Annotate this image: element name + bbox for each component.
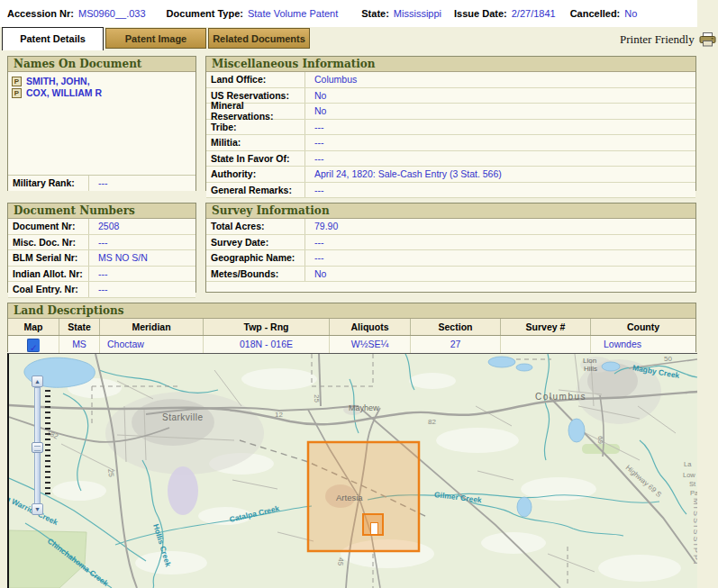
cancelled-value: No [624,8,637,19]
col-map: Map [8,319,59,335]
map-label-mayhew: Mayhew [349,403,379,412]
map-label-truncated: St [689,480,696,488]
map-label-lion: Lion [583,357,596,365]
cell-aliquots: W½SE¼ [330,336,411,353]
doctype-field: Document Type: State Volume Patent [167,8,339,19]
page-side-band [697,0,718,588]
document-numbers-panel: Document Numbers Document Nr:2508 Misc. … [7,203,196,293]
col-twp-rng: Twp - Rng [204,319,330,335]
issue-date-field: Issue Date: 2/27/1841 [454,8,556,19]
military-rank-row: Military Rank: --- [8,175,195,191]
cancelled-label: Cancelled: [570,8,621,19]
misc-information-panel: Miscellaneous Information Land Office:Co… [205,56,696,191]
cell-county: Lowndes [591,336,695,353]
names-list: P SMITH, JOHN, P COX, WILLIAM R [8,72,195,175]
table-row: General Remarks:--- [206,183,695,199]
survey-information-panel: Survey Information Total Acres:79.90 Sur… [205,203,696,293]
map-label-mississippi: MISSISSIPPI [692,498,697,566]
tab-related-documents[interactable]: Related Documents [208,28,310,49]
misc-panel-title: Miscellaneous Information [206,57,695,72]
names-on-document-panel: Names On Document P SMITH, JOHN, P COX, … [7,56,196,191]
zoom-out-button[interactable]: ▼ [32,503,43,515]
map-label-columbus: Columbus [535,392,586,402]
map-checkbox[interactable]: ✓ [27,339,40,352]
accession-field: Accession Nr: MS0960__.033 [7,8,146,19]
table-row: Geographic Name:--- [206,250,695,267]
military-rank-value: --- [89,177,108,188]
cell-section: 27 [411,336,501,353]
doctype-value: State Volume Patent [248,8,338,19]
map[interactable]: Starkville Columbus Mayhew Artesia Lion … [7,353,697,588]
map-label-route-82: 82 [428,418,436,426]
military-rank-label: Military Rank: [8,176,89,191]
map-label-route-69: 69 [596,436,604,444]
table-row: Misc. Doc. Nr:--- [8,235,195,251]
patentee-name-link[interactable]: COX, WILLIAM R [26,87,102,98]
table-row: Metes/Bounds:No [206,267,695,283]
cancelled-field: Cancelled: No [570,8,638,19]
map-label-starkville: Starkville [162,412,204,422]
state-field: State: Mississippi [361,8,441,19]
map-canvas: Starkville Columbus Mayhew Artesia Lion … [9,354,697,588]
accession-label: Accession Nr: [7,8,74,19]
state-label: State: [361,8,389,19]
col-county: County [591,319,695,335]
cell-state: MS [59,336,100,353]
table-row: Mineral Reservations:No [206,104,695,120]
patentee-icon[interactable]: P [12,77,22,86]
table-row: Document Nr:2508 [8,219,195,235]
col-state: State [59,319,100,335]
table-row: Land Office:Columbus [206,72,695,88]
tab-patent-image[interactable]: Patent Image [105,28,206,49]
list-item: P COX, WILLIAM R [12,87,192,98]
land-table-header: Map State Meridian Twp - Rng Aliquots Se… [8,319,695,336]
issue-date-value: 2/27/1841 [512,8,556,19]
doctype-label: Document Type: [167,8,243,19]
zoom-slider-ticks [45,390,50,496]
table-row: Indian Allot. Nr:--- [8,267,195,283]
tab-patent-details[interactable]: Patent Details [2,27,104,50]
map-label-hills: Hills [584,365,597,373]
map-label-artesia: Artesia [336,493,363,502]
patentee-name-link[interactable]: SMITH, JOHN, [26,76,90,86]
land-description-row: ✓ MS Choctaw 018N - 016E W½SE¼ 27 Lownde… [8,336,695,353]
issue-date-label: Issue Date: [454,8,507,19]
map-zoom-slider: ▲ ▼ [32,375,51,516]
map-label-route-45: 45 [336,557,345,566]
map-label-route-12: 12 [275,411,283,419]
printer-friendly-link[interactable]: Printer Friendly [620,32,716,47]
table-row: State In Favor Of:--- [206,151,695,167]
table-row: Survey Date:--- [206,235,695,251]
map-label-truncated: La [684,460,692,468]
table-row: Tribe:--- [206,120,695,136]
map-label-route-25-north: 25 [313,394,321,403]
accession-value: MS0960__.033 [78,8,146,19]
col-aliquots: Aliquots [330,319,411,335]
map-label-truncated: Pa [690,489,697,497]
patentee-icon[interactable]: P [12,88,22,98]
table-row: Total Acres:79.90 [206,219,695,235]
table-row: Authority:April 24, 1820: Sale-Cash Entr… [206,167,695,183]
zoom-in-button[interactable]: ▲ [32,375,43,387]
col-meridian: Meridian [100,319,204,335]
table-row: Militia:--- [206,135,695,151]
land-descriptions-panel: Land Descriptions Map State Meridian Twp… [7,303,696,352]
col-survey-nr: Survey # [501,319,591,335]
printer-icon [699,32,716,47]
map-label-route-50: 50 [664,355,672,363]
cell-twp-rng: 018N - 016E [204,336,330,353]
docnums-panel-title: Document Numbers [8,204,195,219]
cell-meridian: Choctaw [100,336,204,353]
state-value: Mississippi [394,8,441,19]
table-row: Coal Entry. Nr:--- [8,282,195,298]
land-panel-title: Land Descriptions [8,303,695,319]
table-row: BLM Serial Nr:MS NO S/N [8,250,195,267]
zoom-slider-handle[interactable] [32,442,43,453]
col-section: Section [411,319,501,335]
list-item: P SMITH, JOHN, [12,76,192,86]
record-header: Accession Nr: MS0960__.033 Document Type… [0,0,697,27]
map-label-truncated: Low [683,471,695,479]
survey-panel-title: Survey Information [206,204,695,219]
printer-friendly-label: Printer Friendly [620,32,695,47]
cell-survey-nr [501,336,591,353]
